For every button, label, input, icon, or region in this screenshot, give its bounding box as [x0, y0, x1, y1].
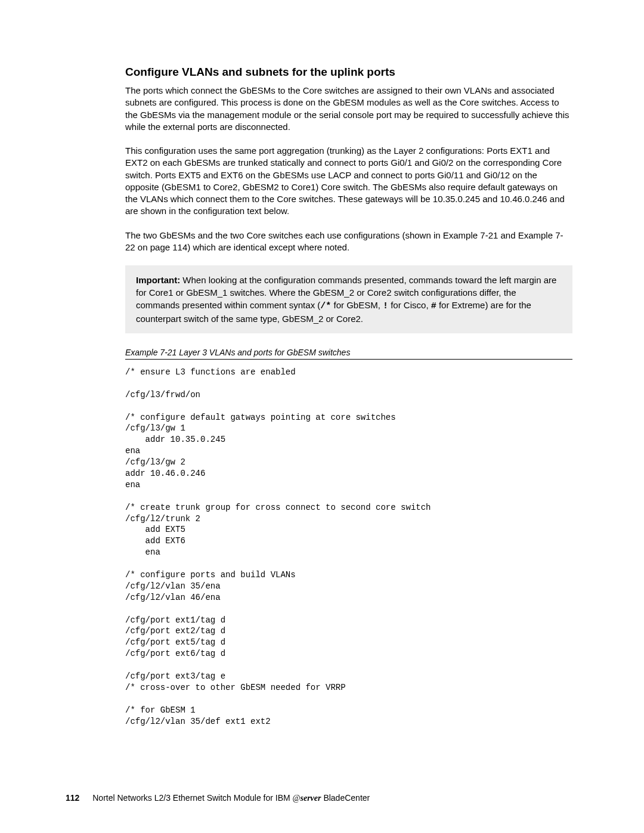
- syntax-hash: #: [431, 301, 436, 311]
- paragraph-2: This configuration uses the same port ag…: [125, 145, 572, 218]
- paragraph-1: The ports which connect the GbESMs to th…: [125, 85, 572, 133]
- paragraph-3: The two GbESMs and the two Core switches…: [125, 230, 572, 254]
- page-footer: 112 Nortel Networks L2/3 Ethernet Switch…: [66, 793, 572, 803]
- example-divider: [125, 359, 572, 360]
- footer-text-a: Nortel Networks L2/3 Ethernet Switch Mod…: [92, 793, 292, 803]
- syntax-bang: !: [383, 301, 388, 311]
- example-caption: Example 7-21 Layer 3 VLANs and ports for…: [125, 348, 572, 357]
- note-text-b: for GbESM,: [331, 300, 383, 310]
- footer-text-b: BladeCenter: [321, 793, 370, 803]
- important-note: Important: When looking at the configura…: [125, 265, 572, 333]
- footer-brand: server: [301, 794, 321, 803]
- footer-at-sign: @: [293, 794, 301, 803]
- code-block: /* ensure L3 functions are enabled /cfg/…: [125, 367, 572, 727]
- note-label: Important:: [136, 275, 180, 285]
- note-text-c: for Cisco,: [388, 300, 431, 310]
- syntax-slash-star: /*: [320, 301, 331, 311]
- page-number: 112: [66, 793, 79, 803]
- section-heading: Configure VLANs and subnets for the upli…: [125, 66, 572, 79]
